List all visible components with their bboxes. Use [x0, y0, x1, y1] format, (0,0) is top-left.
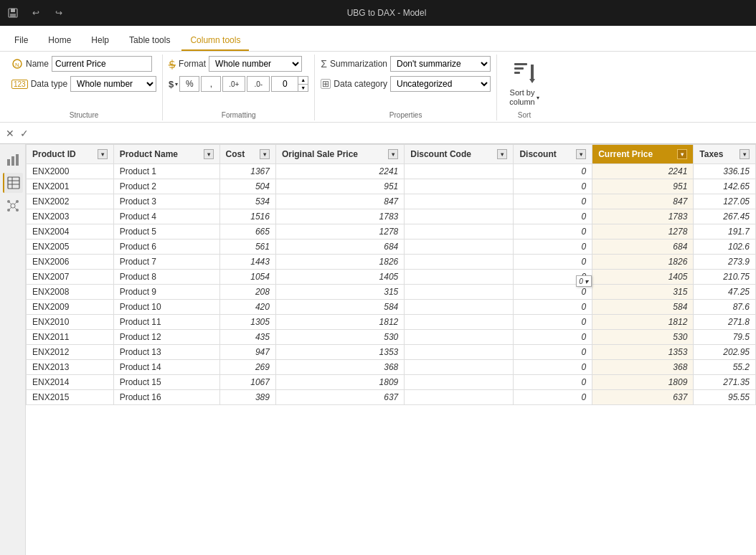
- col-taxes[interactable]: Taxes ▾: [694, 145, 756, 164]
- menu-table-tools[interactable]: Table tools: [121, 31, 179, 51]
- product-id-dropdown[interactable]: ▾: [98, 149, 108, 159]
- summarization-select[interactable]: Don't summarize Sum Average Min Max Coun…: [390, 56, 491, 72]
- decimal-input[interactable]: [272, 77, 298, 91]
- cell-cost: 1054: [219, 270, 275, 285]
- cell-productName: Product 8: [113, 270, 219, 285]
- discount-dropdown[interactable]: ▾: [576, 149, 586, 159]
- cell-currentPrice: 1826: [592, 255, 694, 270]
- cell-productId: ENX2014: [27, 375, 114, 390]
- cell-originalSalePrice: 637: [275, 390, 404, 405]
- table-row: ENX2009Product 10420584058487.6: [27, 300, 756, 315]
- table-row: ENX2001Product 25049510951142.65: [27, 179, 756, 194]
- cell-productName: Product 4: [113, 209, 219, 224]
- col-product-id[interactable]: Product ID ▾: [27, 145, 114, 164]
- menu-home[interactable]: Home: [39, 31, 80, 51]
- taxes-dropdown[interactable]: ▾: [740, 149, 750, 159]
- dec-inc-btn[interactable]: .0+: [222, 76, 245, 92]
- col-product-name[interactable]: Product Name ▾: [113, 145, 219, 164]
- cell-discountCode: [405, 209, 514, 224]
- svg-rect-6: [514, 67, 524, 70]
- currency-arrow: ▾: [175, 81, 178, 87]
- datatype-label: Data type: [31, 79, 67, 89]
- dec-dec-btn[interactable]: .0-: [247, 76, 270, 92]
- table-row: ENX2003Product 41516178301783267.45: [27, 209, 756, 224]
- table-row: ENX2013Product 14269368036855.2: [27, 360, 756, 375]
- cell-productId: ENX2007: [27, 270, 114, 285]
- col-cost[interactable]: Cost ▾: [219, 145, 275, 164]
- menu-column-tools[interactable]: Column tools: [181, 31, 249, 51]
- redo-icon[interactable]: ↪: [52, 6, 66, 20]
- cell-discount: 0: [514, 194, 592, 209]
- product-name-dropdown[interactable]: ▾: [204, 149, 214, 159]
- ribbon-group-properties: Σ Summarization Don't summarize Sum Aver…: [315, 54, 497, 120]
- cell-cost: 665: [219, 224, 275, 239]
- cell-discount: 0: [514, 345, 592, 360]
- cell-productId: ENX2013: [27, 360, 114, 375]
- cell-discountCode: [405, 239, 514, 255]
- cell-discount: 0: [514, 390, 592, 405]
- current-price-dropdown[interactable]: ▾: [677, 149, 687, 159]
- format-select[interactable]: Whole number Decimal number Text: [209, 56, 302, 72]
- datatype-select[interactable]: Whole number Decimal number Text Date Bo…: [70, 76, 156, 92]
- menu-help[interactable]: Help: [82, 31, 118, 51]
- currency-label: $: [169, 79, 174, 90]
- model-sidebar-icon[interactable]: [3, 196, 23, 216]
- cell-productId: ENX2015: [27, 390, 114, 405]
- sort-by-column-btn[interactable]: Sort bycolumn ▾: [503, 56, 546, 110]
- sidebar: [0, 144, 26, 555]
- comma-btn[interactable]: ,: [201, 76, 221, 92]
- table-row: ENX2004Product 5665127801278191.7: [27, 224, 756, 239]
- formula-cancel-btn[interactable]: ✕: [6, 128, 14, 139]
- cell-productName: Product 1: [113, 164, 219, 179]
- table-area: Product ID ▾ Product Name ▾ Cost ▾: [26, 144, 756, 555]
- cell-discount: 0: [514, 375, 592, 390]
- cell-productName: Product 9: [113, 285, 219, 300]
- col-original-sale-price[interactable]: Original Sale Price ▾: [275, 145, 404, 164]
- svg-rect-10: [11, 156, 14, 166]
- properties-group-label: Properties: [321, 111, 491, 120]
- cell-discount: 0: [514, 315, 592, 330]
- discount-code-dropdown[interactable]: ▾: [497, 149, 507, 159]
- cost-dropdown[interactable]: ▾: [260, 149, 270, 159]
- cell-productName: Product 13: [113, 345, 219, 360]
- spinner-down-btn[interactable]: ▼: [298, 84, 308, 92]
- menu-file[interactable]: File: [6, 31, 37, 51]
- datacategory-select[interactable]: Uncategorized Address City Country: [390, 76, 491, 92]
- cell-originalSalePrice: 1783: [275, 209, 404, 224]
- cell-productName: Product 2: [113, 179, 219, 194]
- cell-cost: 389: [219, 390, 275, 405]
- cell-originalSalePrice: 847: [275, 194, 404, 209]
- col-current-price[interactable]: Current Price ▾: [592, 145, 694, 164]
- cell-taxes: 202.95: [694, 345, 756, 360]
- cell-cost: 561: [219, 239, 275, 255]
- col-discount-code[interactable]: Discount Code ▾: [405, 145, 514, 164]
- cell-productName: Product 14: [113, 360, 219, 375]
- svg-rect-11: [16, 154, 19, 166]
- cell-productId: ENX2011: [27, 330, 114, 345]
- name-input[interactable]: [52, 56, 152, 72]
- percent-btn[interactable]: %: [179, 76, 199, 92]
- cell-currentPrice: 847: [592, 194, 694, 209]
- app-title: UBG to DAX - Model: [347, 8, 427, 18]
- col-discount[interactable]: Discount ▾: [514, 145, 592, 164]
- svg-rect-9: [7, 159, 10, 166]
- save-icon[interactable]: [6, 6, 20, 20]
- cell-discount: 0: [514, 360, 592, 375]
- undo-icon[interactable]: ↩: [29, 6, 43, 20]
- cell-originalSalePrice: 1826: [275, 255, 404, 270]
- svg-rect-2: [10, 14, 16, 17]
- cell-discountCode: [405, 300, 514, 315]
- chart-sidebar-icon[interactable]: [3, 150, 23, 170]
- cell-productName: Product 15: [113, 375, 219, 390]
- cell-productName: Product 10: [113, 300, 219, 315]
- formatting-group-label: Formatting: [169, 111, 308, 120]
- cell-productId: ENX2000: [27, 164, 114, 179]
- table-row: ENX2006Product 71443182601826273.9: [27, 255, 756, 270]
- original-sale-price-dropdown[interactable]: ▾: [388, 149, 398, 159]
- formula-confirm-btn[interactable]: ✓: [20, 128, 29, 139]
- cell-cost: 504: [219, 179, 275, 194]
- table-sidebar-icon[interactable]: [3, 173, 23, 193]
- svg-rect-5: [514, 63, 527, 65]
- spinner-up-btn[interactable]: ▲: [298, 77, 308, 84]
- cell-originalSalePrice: 1812: [275, 315, 404, 330]
